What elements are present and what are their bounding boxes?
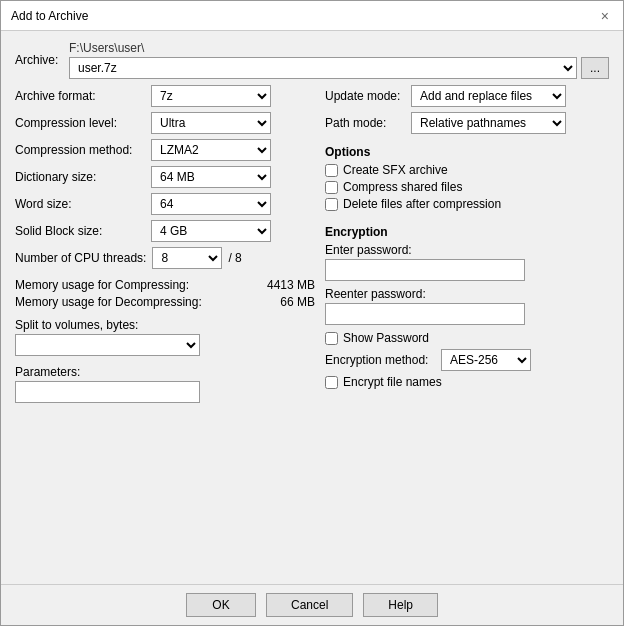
update-mode-label: Update mode:: [325, 89, 405, 103]
update-mode-row: Update mode: Add and replace files: [325, 85, 609, 107]
update-mode-select[interactable]: Add and replace files: [411, 85, 566, 107]
compression-method-select[interactable]: LZMA2: [151, 139, 271, 161]
title-bar: Add to Archive ×: [1, 1, 623, 31]
archive-label: Archive:: [15, 53, 63, 67]
compress-shared-row: Compress shared files: [325, 180, 609, 194]
archive-format-select[interactable]: 7z: [151, 85, 271, 107]
compression-method-row: Compression method: LZMA2: [15, 139, 315, 161]
encrypt-filenames-label: Encrypt file names: [343, 375, 442, 389]
compression-method-label: Compression method:: [15, 143, 145, 157]
archive-path-container: F:\Users\user\ user.7z ...: [69, 41, 609, 79]
right-column: Update mode: Add and replace files Path …: [325, 85, 609, 574]
two-col-layout: Archive format: 7z Compression level: Ul…: [15, 85, 609, 574]
show-password-checkbox[interactable]: [325, 332, 338, 345]
archive-format-row: Archive format: 7z: [15, 85, 315, 107]
compression-level-label: Compression level:: [15, 116, 145, 130]
reenter-password-block: Reenter password:: [325, 287, 609, 325]
compress-shared-label: Compress shared files: [343, 180, 462, 194]
memory-compressing-row: Memory usage for Compressing: 4413 MB: [15, 278, 315, 292]
parameters-input[interactable]: [15, 381, 200, 403]
enter-password-input[interactable]: [325, 259, 525, 281]
archive-row: Archive: F:\Users\user\ user.7z ...: [15, 41, 609, 79]
show-password-row: Show Password: [325, 331, 609, 345]
archive-combo: user.7z ...: [69, 57, 609, 79]
cpu-threads-row: Number of CPU threads: 8 / 8: [15, 247, 315, 269]
path-mode-select[interactable]: Relative pathnames: [411, 112, 566, 134]
enter-password-label: Enter password:: [325, 243, 609, 257]
dictionary-size-select[interactable]: 64 MB: [151, 166, 271, 188]
parameters-label: Parameters:: [15, 365, 315, 379]
cpu-threads-label: Number of CPU threads:: [15, 251, 146, 265]
archive-path-text: F:\Users\user\: [69, 41, 609, 55]
solid-block-label: Solid Block size:: [15, 224, 145, 238]
memory-compressing-value: 4413 MB: [267, 278, 315, 292]
solid-block-select[interactable]: 4 GB: [151, 220, 271, 242]
word-size-select[interactable]: 64: [151, 193, 271, 215]
parameters-block: Parameters:: [15, 365, 315, 403]
cpu-threads-select[interactable]: 8: [152, 247, 222, 269]
dictionary-size-label: Dictionary size:: [15, 170, 145, 184]
path-mode-row: Path mode: Relative pathnames: [325, 112, 609, 134]
compress-shared-checkbox[interactable]: [325, 181, 338, 194]
browse-button[interactable]: ...: [581, 57, 609, 79]
archive-format-label: Archive format:: [15, 89, 145, 103]
memory-compressing-label: Memory usage for Compressing:: [15, 278, 189, 292]
help-button[interactable]: Help: [363, 593, 438, 617]
memory-decompressing-value: 66 MB: [280, 295, 315, 309]
compression-level-row: Compression level: Ultra: [15, 112, 315, 134]
split-volumes-select[interactable]: [15, 334, 200, 356]
create-sfx-label: Create SFX archive: [343, 163, 448, 177]
split-volumes-row: Split to volumes, bytes:: [15, 318, 315, 356]
reenter-password-label: Reenter password:: [325, 287, 609, 301]
encrypt-filenames-checkbox[interactable]: [325, 376, 338, 389]
archive-filename-select[interactable]: user.7z: [69, 57, 577, 79]
dictionary-size-row: Dictionary size: 64 MB: [15, 166, 315, 188]
word-size-label: Word size:: [15, 197, 145, 211]
memory-decompressing-row: Memory usage for Decompressing: 66 MB: [15, 295, 315, 309]
solid-block-row: Solid Block size: 4 GB: [15, 220, 315, 242]
path-mode-label: Path mode:: [325, 116, 405, 130]
enter-password-block: Enter password:: [325, 243, 609, 281]
dialog-title: Add to Archive: [11, 9, 88, 23]
delete-after-checkbox[interactable]: [325, 198, 338, 211]
encryption-method-row: Encryption method: AES-256: [325, 349, 609, 371]
delete-after-row: Delete files after compression: [325, 197, 609, 211]
show-password-label: Show Password: [343, 331, 429, 345]
reenter-password-input[interactable]: [325, 303, 525, 325]
add-to-archive-dialog: Add to Archive × Archive: F:\Users\user\…: [0, 0, 624, 626]
delete-after-label: Delete files after compression: [343, 197, 501, 211]
dialog-footer: OK Cancel Help: [1, 584, 623, 625]
create-sfx-row: Create SFX archive: [325, 163, 609, 177]
options-title: Options: [325, 145, 609, 159]
encryption-title: Encryption: [325, 225, 609, 239]
memory-decompressing-label: Memory usage for Decompressing:: [15, 295, 202, 309]
left-column: Archive format: 7z Compression level: Ul…: [15, 85, 315, 574]
word-size-row: Word size: 64: [15, 193, 315, 215]
dialog-body: Archive: F:\Users\user\ user.7z ... Arch…: [1, 31, 623, 584]
memory-info-block: Memory usage for Compressing: 4413 MB Me…: [15, 278, 315, 309]
create-sfx-checkbox[interactable]: [325, 164, 338, 177]
close-button[interactable]: ×: [597, 9, 613, 23]
split-volumes-label: Split to volumes, bytes:: [15, 318, 315, 332]
cpu-of-label: / 8: [228, 251, 241, 265]
ok-button[interactable]: OK: [186, 593, 256, 617]
encryption-method-select[interactable]: AES-256: [441, 349, 531, 371]
encryption-group: Encryption Enter password: Reenter passw…: [325, 225, 609, 392]
encryption-method-label: Encryption method:: [325, 353, 435, 367]
encrypt-filenames-row: Encrypt file names: [325, 375, 609, 389]
compression-level-select[interactable]: Ultra: [151, 112, 271, 134]
cancel-button[interactable]: Cancel: [266, 593, 353, 617]
options-group: Options Create SFX archive Compress shar…: [325, 145, 609, 214]
